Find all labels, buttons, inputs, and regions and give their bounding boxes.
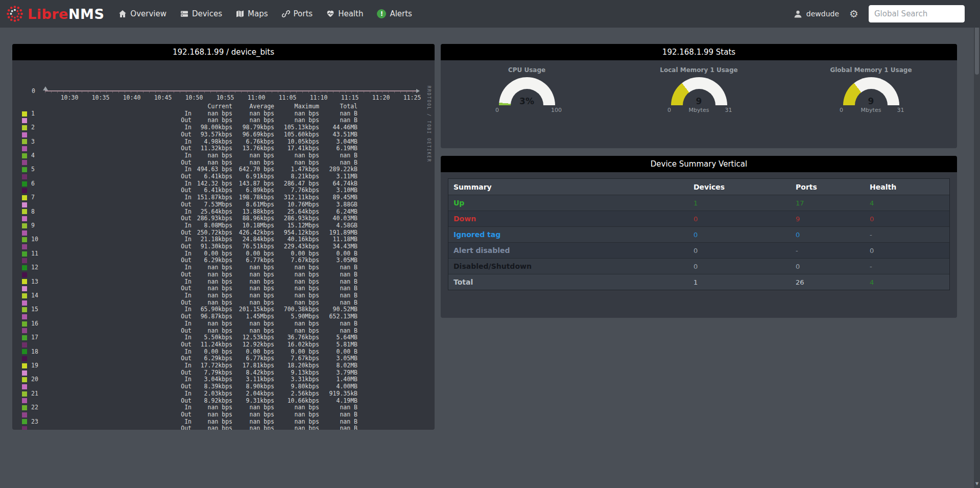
- gauge-title: Global Memory 1 Usage: [830, 66, 912, 74]
- interface-number: 4: [31, 152, 35, 159]
- summary-column-header: Summary: [453, 183, 694, 191]
- graph-value: nan B: [319, 320, 357, 328]
- graph-value: 0.00 B: [319, 250, 357, 258]
- graph-value: 8.90kbps: [232, 383, 274, 390]
- graph-value: 4.98kbps: [192, 138, 232, 146]
- page-scrollbar[interactable]: ▲ ▼: [974, 0, 980, 488]
- legend-color-swatch: [22, 265, 27, 270]
- graph-table-row: Out6.41kbps6.91kbps8.21kbps3.11MB: [12, 173, 435, 180]
- summary-value[interactable]: 0: [870, 215, 949, 223]
- summary-value: 4: [870, 278, 949, 286]
- summary-row-label[interactable]: Ignored tag: [453, 230, 694, 239]
- interface-number: 10: [31, 236, 38, 243]
- summary-value[interactable]: 1: [694, 199, 796, 207]
- graph-value: nan bps: [274, 328, 319, 335]
- legend-color-swatch: [22, 153, 27, 158]
- librenms-logo-icon: [6, 5, 23, 22]
- scroll-down-icon[interactable]: ▼: [974, 481, 980, 486]
- graph-value: nan bps: [232, 110, 274, 118]
- username: dewdude: [806, 10, 839, 18]
- graph-value: 8.92kbps: [192, 398, 232, 405]
- legend-color-swatch: [22, 321, 27, 327]
- graph-value: nan bps: [274, 419, 319, 426]
- graph-value: nan bps: [232, 299, 274, 307]
- x-tick-label: 11:25: [403, 94, 421, 101]
- graph-value: 426.42kbps: [232, 229, 274, 237]
- menu-item-maps[interactable]: Maps: [236, 9, 268, 18]
- summary-row-up: Up1174: [448, 195, 949, 211]
- interface-number: 3: [31, 138, 35, 146]
- summary-value[interactable]: 4: [870, 199, 949, 207]
- graph-table-row: 9In8.08Mbps10.18Mbps15.12Mbps4.58GB: [12, 222, 435, 229]
- menu-item-devices[interactable]: Devices: [180, 9, 222, 18]
- librenms-logo[interactable]: LibreNMS: [6, 5, 104, 22]
- graph-value: 105.13kbps: [274, 124, 319, 131]
- summary-row-label[interactable]: Up: [453, 199, 694, 207]
- stats-panel-title: 192.168.1.99 Stats: [441, 44, 957, 60]
- direction-label: Out: [176, 328, 192, 335]
- graph-value: 7.79kbps: [192, 369, 232, 377]
- graph-value: nan bps: [274, 278, 319, 286]
- summary-value[interactable]: 0: [694, 215, 796, 223]
- summary-row-label: Disabled/Shutdown: [453, 262, 694, 270]
- graph-value: 21.18kbps: [192, 236, 232, 243]
- summary-value: 26: [796, 278, 870, 286]
- gear-icon[interactable]: ⚙: [849, 9, 858, 19]
- graph-table-row: Out93.57kbps96.69kbps105.60kbps43.51MB: [12, 131, 435, 138]
- menu-item-ports[interactable]: Ports: [282, 9, 313, 18]
- graph-value: nan B: [319, 328, 357, 335]
- summary-value[interactable]: 0: [694, 231, 796, 239]
- graph-table-row: 11In0.00 bps0.00 bps0.00 bps0.00 B: [12, 250, 435, 258]
- graph-panel-title: 192.168.1.99 / device_bits: [12, 44, 435, 60]
- menu-item-health[interactable]: Health: [326, 9, 363, 18]
- graph-value: nan bps: [274, 320, 319, 328]
- graph-value: 105.60kbps: [274, 131, 319, 138]
- legend-color-swatch: [22, 342, 27, 347]
- graph-value: 3.88GB: [319, 201, 357, 208]
- legend-color-swatch: [22, 293, 27, 298]
- graph-value: nan bps: [232, 425, 274, 430]
- graph-table-row: 16Innan bpsnan bpsnan bpsnan B: [12, 320, 435, 328]
- summary-value[interactable]: 0: [796, 231, 870, 239]
- main-menu: OverviewDevicesMapsPortsHealth!Alerts: [118, 9, 412, 18]
- summary-value[interactable]: 9: [796, 215, 870, 223]
- legend-color-swatch: [22, 118, 27, 123]
- graph-value: 6.76kbps: [232, 138, 274, 146]
- gauge-min-label: 0: [832, 107, 851, 113]
- menu-item-overview[interactable]: Overview: [118, 9, 166, 18]
- menu-item-label: Ports: [294, 9, 313, 18]
- graph-value: 34.43MB: [319, 243, 357, 250]
- summary-value[interactable]: -: [870, 231, 949, 239]
- graph-value: 286.93kbps: [274, 215, 319, 222]
- graph-table-row: Outnan bpsnan bpsnan bpsnan B: [12, 411, 435, 419]
- graph-table-row: 14Innan bpsnan bpsnan bpsnan B: [12, 292, 435, 299]
- graph-value: 15.12Mbps: [274, 222, 319, 229]
- graph-column-header: Current: [192, 103, 232, 110]
- direction-label: In: [176, 376, 192, 383]
- menu-item-label: Health: [338, 9, 363, 18]
- direction-label: Out: [176, 313, 192, 320]
- legend-color-swatch: [22, 412, 27, 417]
- graph-value: 3.04kbps: [192, 376, 232, 383]
- interface-number: 8: [31, 208, 35, 216]
- summary-row-label[interactable]: Down: [453, 215, 694, 223]
- user-menu[interactable]: dewdude: [794, 10, 839, 18]
- graph-value: 9.13kbps: [274, 369, 319, 377]
- menu-item-alerts[interactable]: !Alerts: [377, 9, 412, 18]
- graph-value: nan B: [319, 117, 357, 124]
- graph-table-row: Out286.93kbps88.96kbps286.93kbps40.03MB: [12, 215, 435, 222]
- direction-label: Out: [176, 383, 192, 390]
- graph-table-row: Out6.29kbps6.77kbps7.67kbps3.05MB: [12, 355, 435, 362]
- server-icon: [180, 10, 188, 18]
- summary-value: 0: [870, 247, 949, 254]
- summary-value[interactable]: 17: [796, 199, 870, 207]
- graph-value: 12.53kbps: [232, 334, 274, 341]
- legend-color-swatch: [22, 377, 27, 382]
- search-input[interactable]: [869, 5, 965, 22]
- x-tick-label: 10:55: [217, 94, 234, 101]
- gauge-cpu-usage: CPU Usage3%0100: [479, 66, 576, 113]
- rrd-graph-image[interactable]: 0 10:3010:3510:4010:4510:5010:5511:0011:…: [12, 60, 435, 430]
- graph-value: nan bps: [232, 152, 274, 159]
- graph-value: nan B: [319, 404, 357, 411]
- graph-value: 11.18MB: [319, 236, 357, 243]
